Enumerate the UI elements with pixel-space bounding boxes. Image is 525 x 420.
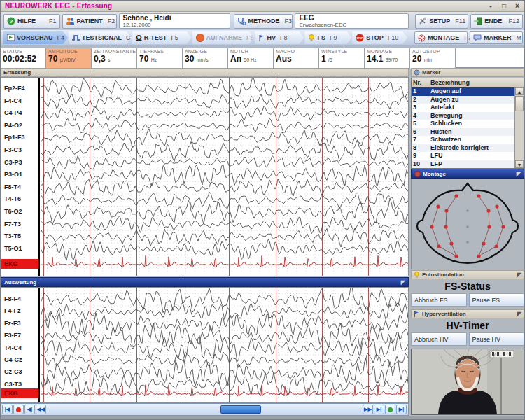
methode-button[interactable]: METHODE F3: [234, 14, 293, 29]
channel-label-t6-o2[interactable]: T6-O2: [4, 208, 22, 215]
channel-label-c3-t3[interactable]: C3-T3: [4, 381, 22, 388]
hilfe-button[interactable]: ? HILFE F1: [4, 14, 60, 29]
fs-status-title: FS-Status: [411, 280, 524, 292]
channel-label-f3-c3[interactable]: F3-C3: [4, 146, 22, 153]
auswertung-trace-panel[interactable]: F8-F4F4-FzFz-F3F3-F7T4-C4C4-CzCz-C3C3-T3…: [1, 287, 409, 403]
vorschau-button[interactable]: VORSCHAU F4: [4, 31, 68, 44]
status-cell-autostop[interactable]: AUTOSTOP20 min: [410, 48, 456, 69]
pin-icon[interactable]: ◤: [401, 279, 405, 286]
marker-row-1[interactable]: 1Augen auf: [412, 88, 514, 96]
status-cell-tiefpass[interactable]: TIEFPASS70 Hz: [137, 48, 183, 69]
setup-button[interactable]: SETUP F11: [415, 14, 468, 29]
help-icon: ?: [7, 17, 15, 25]
erfassung-trace-canvas[interactable]: [41, 78, 408, 276]
close-button[interactable]: ×: [513, 2, 522, 10]
marker-row-5[interactable]: 5Schlucken: [412, 120, 514, 128]
scroll-down-button[interactable]: ▼: [515, 160, 524, 168]
channel-label-f4-c4[interactable]: F4-C4: [4, 97, 22, 104]
channel-label-c4-p4[interactable]: C4-P4: [4, 109, 22, 116]
pin-icon[interactable]: ◤: [517, 311, 522, 317]
marker-name: Bewegung: [428, 112, 514, 120]
marker-row-7[interactable]: 7Schwitzen: [412, 136, 514, 144]
channel-label-fp1-f3[interactable]: Fp1-F3: [4, 134, 25, 141]
stop-icon: STOP: [356, 34, 364, 42]
pause-fs-button[interactable]: Pause FS: [469, 293, 525, 307]
status-cell-macro[interactable]: MACROAus: [274, 48, 319, 69]
go-first-button[interactable]: |◀: [2, 405, 13, 414]
status-cell-amplitude[interactable]: AMPLITUDE70 µV/DIV: [46, 48, 92, 69]
rtest-button[interactable]: Ω R-TEST F5: [132, 31, 192, 44]
channel-label-fz-f3[interactable]: Fz-F3: [4, 320, 21, 327]
fast-forward-button[interactable]: ▶▶: [363, 405, 373, 414]
channel-label-f7-t3[interactable]: F7-T3: [4, 220, 21, 227]
abbruch-hv-button[interactable]: Abbruch HV: [411, 332, 467, 346]
channel-label-ekg[interactable]: EKG: [1, 388, 38, 398]
channel-label-p3-o1[interactable]: P3-O1: [4, 171, 22, 178]
aufnahme-button[interactable]: AUFNAHME F6: [192, 31, 254, 44]
flag-icon: [414, 311, 420, 317]
maximize-button[interactable]: □: [500, 2, 508, 10]
testsignal-button[interactable]: TESTSIGNAL C: [69, 31, 132, 44]
channel-label-t3-t5[interactable]: T3-T5: [4, 232, 21, 239]
montage-button[interactable]: MONTAGE F7: [414, 31, 468, 44]
auswertung-trace-canvas[interactable]: [41, 288, 408, 402]
channel-label-c4-cz[interactable]: C4-Cz: [4, 356, 22, 363]
marker-name: Augen zu: [428, 96, 514, 104]
channel-label-fp2-f4[interactable]: Fp2-F4: [4, 85, 25, 92]
bulb-icon: [414, 272, 420, 278]
marker-row-2[interactable]: 2Augen zu: [412, 96, 514, 104]
scroll-up-button[interactable]: ▲: [515, 88, 524, 95]
pin-icon[interactable]: ◤: [517, 171, 521, 177]
scrollbar-thumb[interactable]: [220, 405, 261, 414]
marker-scroll-thumb[interactable]: [515, 96, 524, 111]
fast-back-button[interactable]: ◀◀: [36, 405, 46, 414]
stop-button[interactable]: STOP STOP F10: [352, 31, 407, 44]
acquisition-toolbar: VORSCHAU F4 TESTSIGNAL C Ω R-TEST F5 AUF…: [1, 30, 525, 46]
channel-label-t4-c4[interactable]: T4-C4: [4, 344, 22, 351]
abbruch-fs-button[interactable]: Abbruch FS: [411, 293, 467, 307]
channel-label-t4-t6[interactable]: T4-T6: [4, 195, 21, 202]
methode-info: EEG Erwachsenen-EEG: [295, 13, 409, 29]
scrollbar-track[interactable]: [49, 405, 360, 414]
channel-label-f8-t4[interactable]: F8-T4: [4, 183, 21, 190]
minimize-button[interactable]: -: [486, 2, 495, 10]
marker-row-10[interactable]: 10LFP: [412, 160, 514, 169]
status-cell-winstyle[interactable]: WINSTYLE1 /5: [319, 48, 365, 69]
channel-label-f8-f4[interactable]: F8-F4: [4, 295, 21, 302]
auswertung-panel-header: Auswertung ◤: [1, 277, 409, 287]
channel-label-f4-fz[interactable]: F4-Fz: [4, 307, 21, 314]
pin-icon[interactable]: ◤: [517, 272, 522, 278]
hv-button[interactable]: HV F8: [255, 31, 304, 44]
marker-row-6[interactable]: 6Husten: [412, 128, 514, 136]
prev-page-button[interactable]: ◀|: [24, 405, 35, 414]
status-cell-montage[interactable]: MONTAGE14.1 39/70: [365, 48, 410, 69]
exit-icon: [474, 17, 482, 25]
status-cell-zeitkonstante[interactable]: ZEITKONSTANTE0,3 s: [92, 48, 137, 69]
fs-button[interactable]: FS F9: [304, 31, 351, 44]
status-cell-anzeige[interactable]: ANZEIGE30 mm/s: [183, 48, 228, 69]
erfassung-trace-panel[interactable]: Fp2-F4F4-C4C4-P4P4-O2Fp1-F3F3-C3C3-P3P3-…: [1, 77, 409, 276]
marker-row-3[interactable]: 3Artefakt: [412, 104, 514, 112]
channel-label-c3-p3[interactable]: C3-P3: [4, 159, 22, 166]
marker-row-8[interactable]: 8Elektrode korrigiert: [412, 144, 514, 153]
channel-label-f3-f7[interactable]: F3-F7: [4, 332, 21, 339]
pause-hv-button[interactable]: Pause HV: [469, 332, 525, 346]
go-last-button[interactable]: ▶|: [396, 405, 407, 414]
auto-scroll-button[interactable]: [385, 405, 396, 414]
ende-button[interactable]: ENDE F12: [470, 14, 523, 29]
status-value: 00:02:52: [3, 54, 43, 64]
marker-row-4[interactable]: 4Bewegung: [412, 112, 514, 120]
status-cell-notch[interactable]: NOTCHAn 50 Hz: [228, 48, 274, 69]
channel-label-ekg[interactable]: EKG: [1, 259, 38, 269]
marker-button[interactable]: MARKER M: [470, 31, 523, 44]
patient-button[interactable]: PATIENT F2: [62, 14, 117, 29]
channel-label-t5-o1[interactable]: T5-O1: [4, 245, 22, 252]
channel-label-p4-o2[interactable]: P4-O2: [4, 122, 22, 129]
next-page-button[interactable]: ▶|: [374, 405, 384, 414]
status-filler: [456, 48, 525, 67]
channel-label-cz-c3[interactable]: Cz-C3: [4, 368, 22, 375]
marker-row-9[interactable]: 9LFU: [412, 152, 514, 160]
status-cell-status[interactable]: STATUS00:02:52: [1, 48, 46, 69]
go-marker-button[interactable]: [13, 405, 24, 414]
hyperventilation-panel-header: Hyperventilation ◤: [411, 309, 524, 318]
